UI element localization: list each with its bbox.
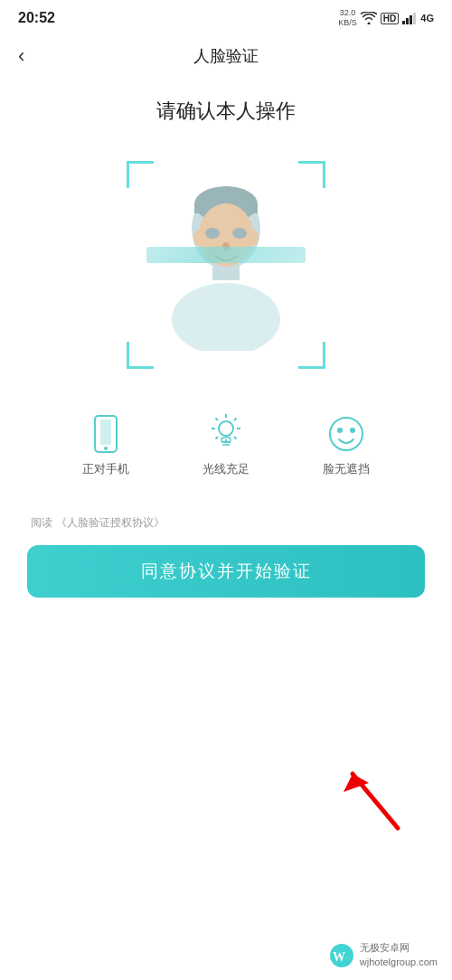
svg-rect-3 <box>413 13 416 24</box>
bracket-bottom-left <box>127 342 154 369</box>
header: ‹ 人脸验证 <box>0 33 452 80</box>
main-content: 请确认本人操作 <box>0 80 452 625</box>
person-avatar <box>154 179 298 351</box>
tips-row: 正对手机 <box>45 414 407 477</box>
svg-point-14 <box>248 230 259 246</box>
wifi-icon <box>361 12 377 24</box>
watermark-text: 无极安卓网 wjhotelgroup.com <box>360 941 438 969</box>
svg-point-31 <box>337 428 343 433</box>
agreement-row: 阅读 《人脸验证授权协议》 <box>27 514 425 531</box>
tip-face-label: 脸无遮挡 <box>323 461 370 477</box>
signal-icon <box>402 12 417 24</box>
tip-phone-label: 正对手机 <box>82 461 129 477</box>
watermark-line2: wjhotelgroup.com <box>360 956 438 969</box>
back-button[interactable]: ‹ <box>18 46 24 66</box>
svg-rect-2 <box>410 15 412 24</box>
status-bar: 20:52 32.0KB/S HD 4G <box>0 0 452 33</box>
svg-line-25 <box>234 419 237 421</box>
face-tip-icon <box>326 414 366 454</box>
svg-point-13 <box>193 230 204 246</box>
watermark: W 无极安卓网 wjhotelgroup.com <box>329 941 438 969</box>
svg-point-18 <box>219 421 233 436</box>
svg-rect-16 <box>100 419 111 445</box>
light-tip-icon <box>206 414 246 454</box>
bracket-bottom-right <box>298 342 325 369</box>
watermark-line1: 无极安卓网 <box>360 941 438 955</box>
svg-line-23 <box>215 419 218 421</box>
status-time: 20:52 <box>18 10 55 26</box>
verify-button[interactable]: 同意协议并开始验证 <box>27 545 425 598</box>
svg-point-30 <box>330 418 363 450</box>
svg-point-32 <box>350 428 355 433</box>
status-speed: 32.0KB/S <box>338 8 357 28</box>
bracket-top-left <box>127 161 154 188</box>
svg-rect-1 <box>406 18 409 24</box>
scan-bar <box>146 247 306 263</box>
hd-badge: HD <box>381 13 399 24</box>
tip-light-label: 光线充足 <box>202 461 250 477</box>
tip-phone: 正对手机 <box>82 414 129 477</box>
svg-point-11 <box>232 228 247 239</box>
red-arrow <box>325 756 416 846</box>
network-type: 4G <box>420 13 434 24</box>
svg-point-17 <box>104 447 108 450</box>
svg-line-26 <box>215 437 218 439</box>
svg-point-6 <box>172 283 280 351</box>
svg-rect-0 <box>402 21 405 24</box>
status-icons: 32.0KB/S HD 4G <box>338 8 434 28</box>
watermark-logo: W <box>329 943 354 968</box>
phone-tip-icon <box>86 414 126 454</box>
page-title: 请确认本人操作 <box>156 98 296 125</box>
svg-line-24 <box>234 437 237 439</box>
tip-light: 光线充足 <box>202 414 250 477</box>
svg-text:W: W <box>333 950 345 964</box>
agreement-link[interactable]: 《人脸验证授权协议》 <box>56 516 165 529</box>
header-title: 人脸验证 <box>193 45 259 67</box>
agreement-prefix: 阅读 <box>31 516 52 529</box>
face-scan-illustration <box>127 161 325 369</box>
tip-face: 脸无遮挡 <box>323 414 370 477</box>
bracket-top-right <box>298 161 325 188</box>
svg-point-10 <box>205 228 220 239</box>
